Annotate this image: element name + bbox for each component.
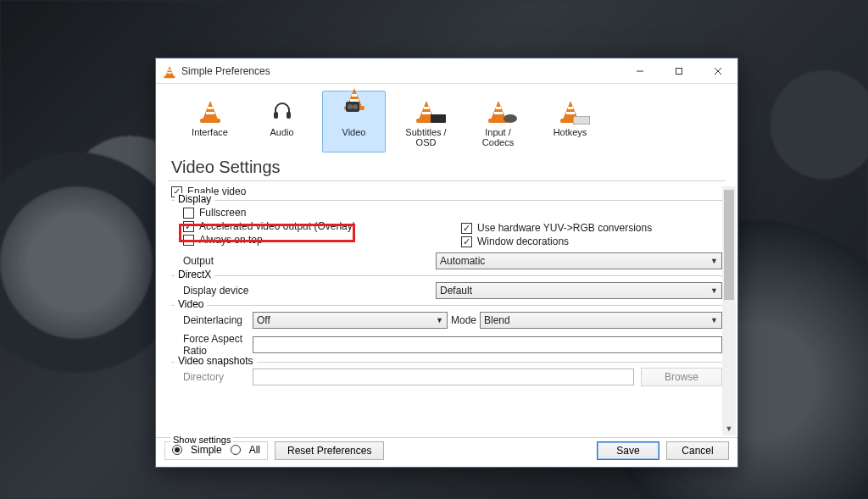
checkbox-icon bbox=[461, 223, 472, 234]
checkbox-label: Window decorations bbox=[477, 236, 569, 247]
chevron-down-icon: ▼ bbox=[710, 257, 718, 265]
chevron-down-icon: ▼ bbox=[710, 286, 718, 295]
directory-label: Directory bbox=[171, 371, 253, 383]
svg-point-8 bbox=[353, 104, 358, 109]
vertical-scrollbar[interactable]: ▲ ▼ bbox=[722, 186, 736, 435]
scroll-down-icon[interactable]: ▼ bbox=[722, 422, 736, 435]
chevron-down-icon: ▼ bbox=[710, 316, 718, 324]
tab-input-codecs[interactable]: Input / Codecs bbox=[466, 91, 530, 152]
maximize-button[interactable] bbox=[659, 58, 698, 83]
radio-simple-label: Simple bbox=[191, 444, 222, 456]
accelerated-output-checkbox[interactable]: Accelerated video output (Overlay) bbox=[183, 219, 444, 233]
select-value: Automatic bbox=[440, 255, 485, 267]
cancel-button[interactable]: Cancel bbox=[666, 441, 729, 460]
video-group: Video Deinterlacing Off ▼ Mode Blend ▼ F… bbox=[171, 305, 722, 357]
window-title: Simple Preferences bbox=[181, 65, 620, 77]
settings-scroll-area: Enable video Display Fullscreen Accelera… bbox=[156, 185, 737, 437]
preferences-window: Simple Preferences Interface Audio Video… bbox=[155, 58, 738, 468]
directx-group: DirectX Display device Default ▼ bbox=[171, 275, 722, 300]
tab-label: Subtitles / OSD bbox=[405, 127, 446, 147]
browse-button[interactable]: Browse bbox=[641, 368, 722, 386]
titlebar[interactable]: Simple Preferences bbox=[156, 58, 737, 84]
radio-all[interactable] bbox=[231, 445, 241, 455]
group-legend: Display bbox=[175, 193, 214, 205]
scrollbar-thumb[interactable] bbox=[724, 190, 734, 300]
yuv-rgb-checkbox[interactable]: Use hardware YUV->RGB conversions bbox=[461, 221, 722, 235]
group-legend: Video bbox=[175, 298, 207, 310]
tab-interface[interactable]: Interface bbox=[178, 91, 242, 152]
directory-input[interactable] bbox=[253, 369, 634, 385]
select-value: Blend bbox=[484, 314, 510, 326]
checkbox-icon bbox=[183, 235, 194, 246]
cone-keyboard-icon bbox=[558, 97, 583, 123]
tab-label: Audio bbox=[270, 127, 293, 137]
checkbox-label: Always on top bbox=[199, 234, 263, 246]
checkbox-label: Fullscreen bbox=[199, 207, 246, 219]
force-aspect-label: Force Aspect Ratio bbox=[171, 333, 253, 357]
dialog-footer: Show settings Simple All Reset Preferenc… bbox=[156, 437, 737, 467]
close-button[interactable] bbox=[698, 58, 737, 83]
tab-audio[interactable]: Audio bbox=[250, 91, 314, 152]
cone-icon bbox=[199, 97, 221, 123]
always-on-top-checkbox[interactable]: Always on top bbox=[183, 233, 444, 247]
mode-select[interactable]: Blend ▼ bbox=[480, 312, 722, 329]
divider bbox=[168, 180, 726, 181]
minimize-button[interactable] bbox=[620, 58, 659, 83]
display-device-select[interactable]: Default ▼ bbox=[436, 282, 722, 299]
cone-gear-icon bbox=[486, 97, 511, 123]
select-value: Default bbox=[440, 285, 472, 297]
reset-preferences-button[interactable]: Reset Preferences bbox=[275, 441, 384, 460]
tab-label: Interface bbox=[192, 127, 228, 137]
svg-rect-5 bbox=[287, 112, 291, 119]
checkbox-label: Use hardware YUV->RGB conversions bbox=[477, 222, 652, 234]
tab-video[interactable]: Video bbox=[322, 91, 386, 152]
show-settings-label: Show settings bbox=[170, 435, 233, 445]
radio-all-label: All bbox=[249, 444, 260, 456]
svg-point-7 bbox=[348, 104, 353, 109]
tab-hotkeys[interactable]: Hotkeys bbox=[538, 91, 602, 152]
deinterlacing-select[interactable]: Off ▼ bbox=[253, 312, 448, 329]
fullscreen-checkbox[interactable]: Fullscreen bbox=[183, 206, 444, 219]
mode-label: Mode bbox=[448, 314, 480, 326]
group-legend: DirectX bbox=[175, 269, 214, 280]
checkbox-icon bbox=[461, 236, 472, 247]
tab-label: Video bbox=[342, 127, 366, 137]
show-settings-group: Show settings Simple All bbox=[164, 441, 268, 460]
checkbox-icon bbox=[183, 208, 194, 219]
checkbox-label: Accelerated video output (Overlay) bbox=[199, 220, 356, 232]
tab-label: Input / Codecs bbox=[482, 127, 514, 147]
output-select[interactable]: Automatic ▼ bbox=[436, 252, 722, 269]
tab-subtitles[interactable]: Subtitles / OSD bbox=[394, 91, 458, 152]
output-label: Output bbox=[171, 255, 436, 267]
cone-board-icon bbox=[414, 97, 439, 123]
vlc-cone-icon bbox=[163, 64, 176, 78]
enable-video-checkbox[interactable]: Enable video bbox=[171, 185, 722, 198]
snapshots-group: Video snapshots Directory Browse bbox=[171, 362, 722, 386]
svg-rect-9 bbox=[431, 114, 446, 123]
radio-simple[interactable] bbox=[172, 445, 182, 455]
display-group: Display Fullscreen Accelerated video out… bbox=[171, 200, 722, 270]
deinterlacing-label: Deinterlacing bbox=[171, 314, 253, 326]
headphones-icon bbox=[270, 97, 295, 123]
tab-label: Hotkeys bbox=[554, 127, 587, 137]
svg-rect-4 bbox=[274, 112, 278, 119]
category-tabs: Interface Audio Video Subtitles / OSD In… bbox=[156, 84, 737, 156]
save-button[interactable]: Save bbox=[597, 441, 659, 460]
chevron-down-icon: ▼ bbox=[436, 316, 443, 324]
force-aspect-input[interactable] bbox=[253, 336, 722, 353]
page-title: Video Settings bbox=[156, 156, 737, 180]
group-legend: Video snapshots bbox=[175, 355, 257, 367]
window-decorations-checkbox[interactable]: Window decorations bbox=[461, 235, 722, 248]
checkbox-icon bbox=[183, 221, 194, 232]
select-value: Off bbox=[257, 314, 270, 326]
svg-rect-11 bbox=[573, 116, 590, 125]
svg-point-10 bbox=[504, 114, 517, 123]
svg-rect-1 bbox=[676, 68, 682, 74]
display-device-label: Display device bbox=[171, 285, 436, 297]
